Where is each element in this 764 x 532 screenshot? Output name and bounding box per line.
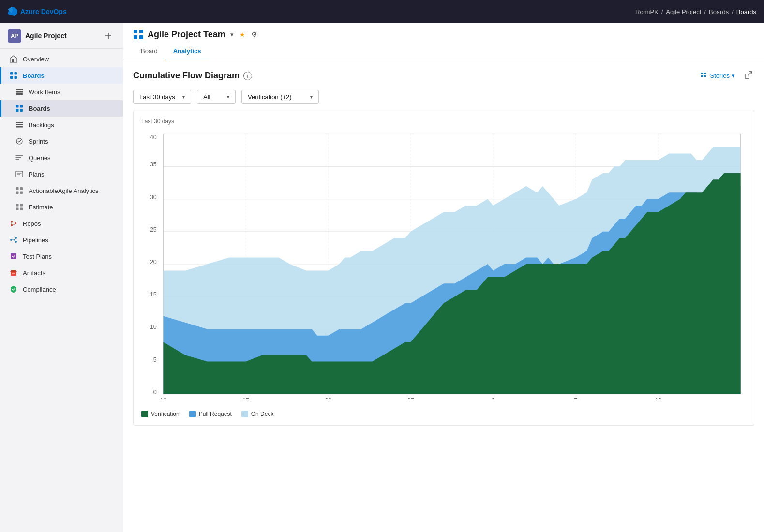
sidebar-item-repos[interactable]: Repos [0, 215, 123, 232]
sidebar-item-artifacts[interactable]: Artifacts [0, 265, 123, 281]
main-content: Agile Project Team ▾ ★ ⚙ Board Analytics [123, 23, 764, 532]
svg-rect-34 [134, 35, 137, 39]
svg-rect-22 [20, 204, 23, 207]
on-deck-color [241, 411, 248, 417]
add-project-button[interactable] [102, 29, 115, 43]
svg-text:25: 25 [150, 226, 157, 233]
team-board-icon [133, 29, 144, 40]
page-header-actions: ▾ ★ ⚙ [229, 30, 258, 39]
queries-label: Queries [29, 154, 51, 162]
verification-color [141, 411, 148, 417]
stages-filter[interactable]: Verification (+2) ▾ [241, 90, 319, 104]
svg-text:20: 20 [150, 259, 157, 266]
sidebar: AP Agile Project Overview Boards [0, 23, 123, 532]
azure-devops-logo[interactable]: Azure DevOps [8, 7, 67, 16]
estimate-icon [15, 203, 24, 211]
boards-icon [15, 104, 24, 113]
project-avatar: AP [8, 29, 21, 43]
info-icon[interactable]: i [243, 72, 252, 80]
svg-text:15: 15 [150, 291, 157, 298]
svg-text:10: 10 [150, 324, 157, 330]
repos-label: Repos [23, 220, 41, 227]
svg-rect-23 [16, 208, 19, 211]
svg-rect-21 [16, 204, 19, 207]
sidebar-item-compliance[interactable]: Compliance [0, 281, 123, 297]
compliance-icon [9, 285, 18, 294]
app-body: AP Agile Project Overview Boards [0, 23, 764, 532]
svg-rect-24 [20, 208, 23, 211]
legend-item-verification: Verification [141, 411, 180, 417]
top-bar: Azure DevOps RomiPK / Agile Project / Bo… [0, 0, 764, 23]
svg-rect-11 [20, 109, 23, 112]
stories-dropdown[interactable]: Stories ▾ [697, 70, 739, 82]
sidebar-item-plans[interactable]: Plans [0, 166, 123, 182]
verification-label: Verification [151, 411, 180, 417]
sidebar-item-work-items[interactable]: Work Items [0, 84, 123, 100]
tab-board[interactable]: Board [133, 44, 165, 59]
breadcrumb-boards-1[interactable]: Boards [709, 8, 729, 15]
svg-text:12: 12 [160, 397, 166, 399]
page-header: Agile Project Team ▾ ★ ⚙ Board Analytics [123, 23, 764, 59]
svg-rect-10 [16, 109, 19, 112]
sidebar-item-overview[interactable]: Overview [0, 51, 123, 67]
logo-text: Azure DevOps [20, 8, 67, 15]
sidebar-item-actionable-agile[interactable]: ActionableAgile Analytics [0, 182, 123, 199]
breadcrumb-boards-2[interactable]: Boards [736, 8, 756, 15]
sidebar-item-boards-section[interactable]: Boards [0, 67, 123, 84]
svg-rect-16 [16, 171, 23, 177]
svg-rect-1 [10, 72, 13, 75]
on-deck-label: On Deck [251, 411, 274, 417]
svg-point-15 [16, 138, 22, 144]
timeframe-filter[interactable]: Last 30 days ▾ [133, 90, 191, 104]
svg-rect-19 [16, 192, 19, 194]
stories-chevron: ▾ [732, 72, 735, 79]
chart-container: Last 30 days 0 5 10 15 20 25 30 35 40 [133, 110, 754, 426]
sidebar-project: AP Agile Project [8, 29, 67, 43]
chart-title: Cumulative Flow Diagram i [133, 71, 252, 81]
boards-section-label: Boards [23, 72, 45, 79]
backlog-filter[interactable]: All ▾ [197, 90, 236, 104]
sidebar-item-queries[interactable]: Queries [0, 149, 123, 166]
svg-rect-33 [139, 30, 143, 33]
stories-label: Stories [710, 72, 730, 79]
cumulative-flow-chart: 0 5 10 15 20 25 30 35 40 [141, 129, 746, 399]
svg-rect-13 [16, 124, 23, 126]
backlogs-label: Backlogs [29, 121, 54, 129]
svg-text:35: 35 [150, 161, 157, 168]
backlog-chevron: ▾ [227, 94, 229, 100]
overview-label: Overview [23, 56, 49, 63]
svg-text:7: 7 [574, 397, 577, 399]
sidebar-item-sprints[interactable]: Sprints [0, 133, 123, 149]
chart-period-label: Last 30 days [141, 118, 746, 125]
svg-rect-5 [16, 89, 23, 90]
sidebar-item-pipelines[interactable]: Pipelines [0, 232, 123, 248]
tab-analytics[interactable]: Analytics [165, 44, 209, 59]
breadcrumb-romipk[interactable]: RomiPK [635, 8, 659, 15]
svg-rect-18 [20, 187, 23, 190]
svg-rect-9 [20, 105, 23, 108]
svg-rect-38 [701, 75, 703, 77]
svg-text:12: 12 [655, 397, 661, 399]
svg-text:2: 2 [492, 397, 495, 399]
svg-rect-32 [134, 30, 137, 33]
breadcrumb-agile-project[interactable]: Agile Project [666, 8, 701, 15]
sidebar-item-test-plans[interactable]: Test Plans [0, 248, 123, 265]
favorite-icon[interactable]: ★ [239, 30, 246, 39]
work-items-icon [15, 88, 24, 96]
manage-team-icon[interactable]: ⚙ [250, 30, 258, 39]
breadcrumb: RomiPK / Agile Project / Boards / Boards [635, 8, 756, 15]
expand-button[interactable] [743, 69, 754, 82]
sidebar-header: AP Agile Project [0, 23, 123, 49]
legend-item-pull-request: Pull Request [189, 411, 232, 417]
svg-rect-8 [16, 105, 19, 108]
boards-label: Boards [29, 105, 50, 112]
pipelines-label: Pipelines [23, 236, 48, 244]
sidebar-item-backlogs[interactable]: Backlogs [0, 117, 123, 133]
boards-section-icon [9, 71, 18, 80]
sidebar-item-boards[interactable]: Boards [0, 100, 123, 117]
svg-text:5: 5 [153, 356, 157, 363]
sidebar-item-estimate[interactable]: Estimate [0, 199, 123, 215]
svg-text:30: 30 [150, 194, 157, 201]
plans-icon [15, 170, 24, 178]
chevron-down-icon[interactable]: ▾ [229, 30, 235, 39]
